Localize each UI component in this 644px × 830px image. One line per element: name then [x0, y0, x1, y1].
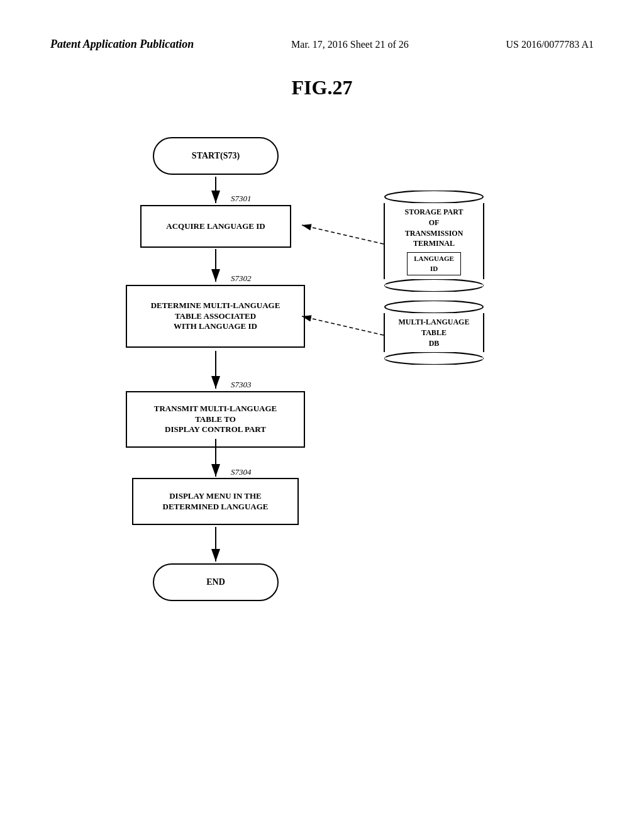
patent-number-label: US 2016/0077783 A1	[506, 39, 594, 50]
svg-line-8	[302, 316, 384, 335]
page: Patent Application Publication Mar. 17, …	[0, 0, 644, 830]
header: Patent Application Publication Mar. 17, …	[50, 38, 594, 51]
step-s7303: TRANSMIT MULTI-LANGUAGE TABLE TO DISPLAY…	[126, 391, 305, 448]
step-s7302: DETERMINE MULTI-LANGUAGE TABLE ASSOCIATE…	[126, 285, 305, 348]
step-s7301: ACQUIRE LANGUAGE ID	[140, 205, 291, 248]
start-node: START(S73)	[153, 137, 279, 175]
svg-point-9	[385, 191, 483, 203]
database-2: MULTI-LANGUAGE TABLE DB	[384, 301, 484, 365]
language-id-label: LANGUAGE ID	[407, 252, 461, 275]
step-label-s7302: S7302	[231, 274, 252, 284]
date-sheet-label: Mar. 17, 2016 Sheet 21 of 26	[291, 39, 409, 50]
publication-label: Patent Application Publication	[50, 38, 194, 51]
end-node: END	[153, 563, 279, 601]
step-s7304: DISPLAY MENU IN THE DETERMINED LANGUAGE	[132, 478, 299, 525]
database-1: STORAGE PART OF TRANSMISSION TERMINAL LA…	[384, 191, 484, 292]
figure-title: FIG.27	[50, 76, 594, 99]
flowchart: START(S73) S7301 ACQUIRE LANGUAGE ID S73…	[50, 124, 594, 722]
step-label-s7301: S7301	[231, 194, 252, 204]
svg-point-12	[385, 301, 483, 313]
step-label-s7303: S7303	[231, 380, 252, 390]
step-label-s7304: S7304	[231, 467, 252, 477]
svg-line-7	[302, 225, 384, 244]
